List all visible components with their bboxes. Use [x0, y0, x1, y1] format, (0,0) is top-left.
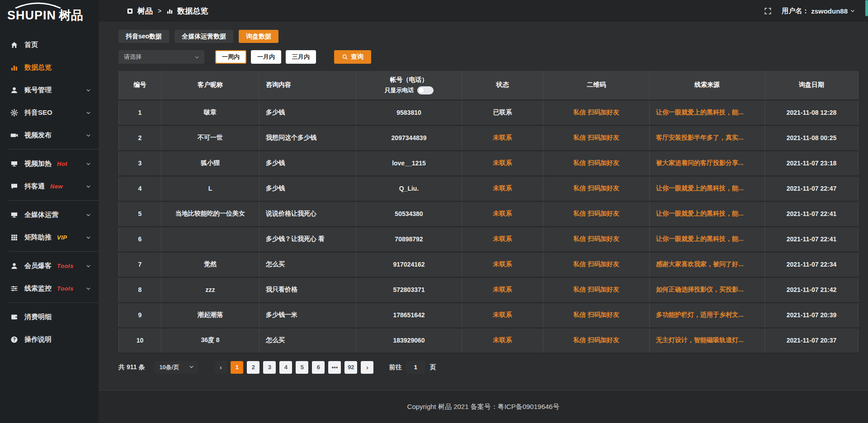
toggle-knob	[418, 87, 425, 94]
cell-qrcode-link[interactable]: 私信 扫码加好友	[543, 252, 650, 277]
sliders-icon	[10, 284, 18, 292]
sidebar-item-lead-monitor[interactable]: 线索监控Tools	[0, 277, 99, 300]
cell-date: 2021-11-08 12:28	[765, 100, 859, 125]
cell-source-link[interactable]: 感谢大家喜欢我家，被问了好...	[650, 252, 765, 277]
cell-qrcode-link[interactable]: 私信 扫码加好友	[543, 150, 650, 176]
col-header-id: 编号	[119, 71, 161, 100]
pagination-total: 共 911 条	[118, 363, 145, 371]
cell-id: 9	[119, 302, 161, 328]
badge-tools: Tools	[57, 285, 74, 292]
cell-source-link[interactable]: 让你一眼就爱上的黑科技，能...	[650, 226, 765, 252]
cell-qrcode-link[interactable]: 私信 扫码加好友	[543, 226, 650, 252]
pagination-page-4[interactable]: 4	[279, 361, 292, 374]
pagination-page-5[interactable]: 5	[296, 361, 308, 374]
cell-qrcode-link[interactable]: 私信 扫码加好友	[543, 125, 650, 150]
sidebar-item-member-leads[interactable]: 会员爆客Tools	[0, 254, 99, 277]
page-size-select[interactable]: 10条/页	[155, 361, 198, 374]
table-row: 4L多少钱Q_Liu.未联系私信 扫码加好友让你一眼就爱上的黑科技，能...20…	[119, 176, 859, 201]
sidebar-divider	[8, 251, 99, 252]
user-menu[interactable]: 用户名：zswodun88	[782, 7, 855, 15]
pagination-prev-button[interactable]: ‹	[214, 361, 227, 374]
pagination-next-button[interactable]: ›	[361, 361, 373, 374]
search-button[interactable]: 查询	[334, 50, 371, 64]
filter-bar: 请选择 一周内一月内三月内 查询	[118, 50, 861, 64]
sidebar-item-instructions[interactable]: ?操作说明	[0, 328, 99, 351]
cell-qrcode-link[interactable]: 私信 扫码加好友	[543, 176, 650, 201]
sidebar-item-douketong[interactable]: 抖客通New	[0, 175, 99, 197]
cell-source-link[interactable]: 被大家追着问的客厅投影分享...	[650, 150, 765, 176]
pagination-page-6[interactable]: 6	[312, 361, 325, 374]
sidebar-item-label: 会员爆客	[24, 262, 52, 270]
pagination-page-1[interactable]: 1	[231, 361, 243, 374]
sidebar-item-consumption-detail[interactable]: 消费明细	[0, 306, 99, 328]
pagination-page-2[interactable]: 2	[247, 361, 259, 374]
breadcrumb-root[interactable]: 树品	[137, 6, 153, 16]
sidebar-item-matrix-boost[interactable]: 矩阵助推VIP	[0, 226, 99, 249]
cell-source-link[interactable]: 无主灯设计，智能磁吸轨道灯...	[650, 328, 765, 353]
chevron-down-icon	[85, 110, 91, 116]
cell-nickname: 狐小狸	[161, 150, 259, 176]
cell-qrcode-link[interactable]: 私信 扫码加好友	[543, 302, 650, 328]
pagination-ellipsis[interactable]: •••	[328, 361, 341, 374]
col-header-nickname: 客户昵称	[161, 71, 259, 100]
cell-date: 2021-11-07 23:18	[765, 150, 859, 176]
cell-qrcode-link[interactable]: 私信 扫码加好友	[543, 100, 650, 125]
sidebar-item-home[interactable]: 首页	[0, 33, 99, 56]
sidebar-item-label: 数据总览	[24, 63, 52, 72]
filter-select[interactable]: 请选择	[118, 50, 204, 64]
tab-douyin-seo-data[interactable]: 抖音seo数据	[118, 30, 169, 43]
period-button-3[interactable]: 三月内	[286, 50, 316, 64]
sidebar-item-douyin-seo[interactable]: 抖音SEO	[0, 101, 99, 124]
period-button-1[interactable]: 一周内	[215, 50, 246, 64]
cell-id: 5	[119, 201, 161, 226]
cell-source-link[interactable]: 让你一眼就爱上的黑科技，能...	[650, 100, 765, 125]
tab-omnimedia-data[interactable]: 全媒体运营数据	[175, 30, 233, 43]
tab-inquiry-data[interactable]: 询盘数据	[239, 30, 278, 43]
fullscreen-icon[interactable]	[764, 7, 772, 15]
col-header-status: 状态	[462, 71, 543, 100]
table-row: 7觉然怎么买917024162未联系私信 扫码加好友感谢大家喜欢我家，被问了好.…	[119, 252, 859, 277]
phone-toggle-switch[interactable]	[417, 86, 434, 94]
cell-qrcode-link[interactable]: 私信 扫码加好友	[543, 328, 650, 353]
sidebar-item-omnimedia-operation[interactable]: 全媒体运营	[0, 203, 99, 226]
sidebar-item-video-publish[interactable]: 视频发布	[0, 124, 99, 146]
cell-source-link[interactable]: 如何正确选择投影仪，买投影...	[650, 277, 765, 302]
main-content: 抖音seo数据全媒体运营数据询盘数据 请选择 一周内一月内三月内 查询 编号 客…	[99, 22, 868, 390]
cell-source-link[interactable]: 客厅安装投影半年多了，真实...	[650, 125, 765, 150]
cell-date: 2021-11-07 21:42	[765, 277, 859, 302]
topbar: 树品 > 数据总览 用户名：zswodun88	[99, 0, 868, 22]
cell-qrcode-link[interactable]: 私信 扫码加好友	[543, 277, 650, 302]
col-header-account-label: 帐号（电话）	[356, 76, 462, 84]
table-row: 6多少钱？让我死心 看70898792未联系私信 扫码加好友让你一眼就爱上的黑科…	[119, 226, 859, 252]
gear-icon	[10, 108, 18, 117]
scrollbar-thumb[interactable]	[865, 0, 868, 16]
cell-id: 8	[119, 277, 161, 302]
goto-page-input[interactable]	[406, 361, 425, 374]
sidebar-item-data-overview[interactable]: 数据总览	[0, 56, 99, 79]
table-header-row: 编号 客户昵称 咨询内容 帐号（电话） 只显示电话 状态 二维码 线索来源 询盘…	[119, 71, 859, 100]
table-row: 5当地比较能吃的一位美女说说价格让我死心50534380未联系私信 扫码加好友让…	[119, 201, 859, 226]
pagination-page-92[interactable]: 92	[344, 361, 357, 374]
sidebar-menu: 首页数据总览账号管理抖音SEO视频发布视频加热Hot抖客通New全媒体运营矩阵助…	[0, 27, 99, 351]
chevron-down-icon	[85, 161, 91, 167]
breadcrumb-current: 数据总览	[177, 6, 208, 16]
period-button-2[interactable]: 一月内	[251, 50, 281, 64]
cell-date: 2021-11-08 00:25	[765, 125, 859, 150]
cell-status: 未联系	[462, 125, 543, 150]
cell-nickname: L	[161, 176, 259, 201]
cell-nickname: 36度 8	[161, 328, 259, 353]
pagination-page-3[interactable]: 3	[263, 361, 276, 374]
sidebar-item-account-management[interactable]: 账号管理	[0, 79, 99, 101]
cell-qrcode-link[interactable]: 私信 扫码加好友	[543, 201, 650, 226]
cell-source-link[interactable]: 让你一眼就爱上的黑科技，能...	[650, 176, 765, 201]
cell-content: 我只看价格	[259, 277, 356, 302]
cell-status: 未联系	[462, 226, 543, 252]
chevron-down-icon	[194, 54, 200, 60]
sidebar-item-label: 视频加热	[24, 160, 52, 168]
cell-source-link[interactable]: 让你一眼就爱上的黑科技，能...	[650, 201, 765, 226]
cell-status: 未联系	[462, 277, 543, 302]
cell-source-link[interactable]: 多功能护栏灯，适用于乡村文...	[650, 302, 765, 328]
sidebar-item-video-heating[interactable]: 视频加热Hot	[0, 152, 99, 175]
phone-toggle-label: 只显示电话	[385, 86, 414, 94]
home-icon	[10, 41, 18, 49]
